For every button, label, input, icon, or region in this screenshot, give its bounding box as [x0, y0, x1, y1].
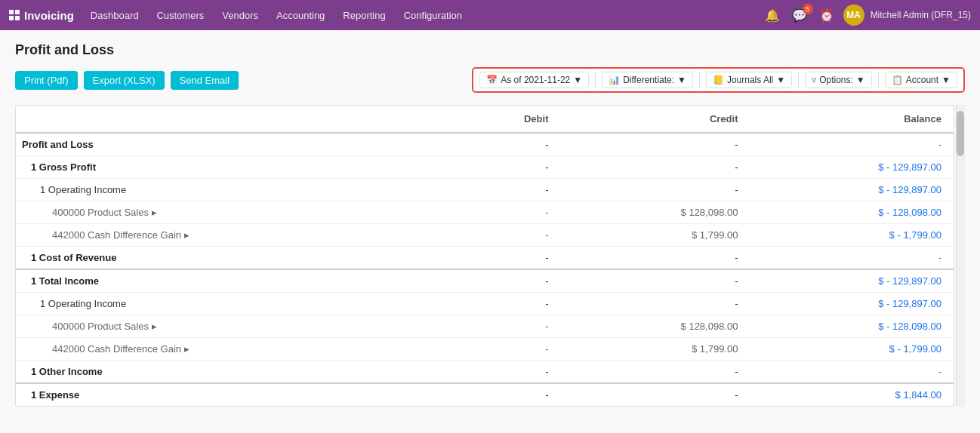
report-table: Debit Credit Balance Profit and Loss - -… — [16, 106, 954, 406]
topnav: Invoicing Dashboard Customers Vendors Ac… — [0, 0, 980, 30]
chat-icon[interactable]: 💬 5 — [789, 7, 810, 24]
col-header-debit: Debit — [447, 106, 560, 133]
table-row: 1 Operating Income - - $ - 129,897.00 — [16, 179, 954, 201]
calendar-icon: 📅 — [486, 75, 498, 85]
avatar[interactable]: MA — [843, 5, 864, 26]
differentiate-filter[interactable]: 📊 Differentiate: ▼ — [602, 72, 693, 88]
filter-divider-1 — [595, 72, 596, 88]
journals-icon: 📒 — [713, 75, 724, 85]
email-button[interactable]: Send Email — [171, 71, 239, 90]
cell-label: Profit and Loss — [16, 133, 447, 156]
app-logo[interactable]: Invoicing — [9, 9, 74, 22]
cell-balance: - — [750, 247, 954, 270]
cell-label: 1 Expense — [16, 383, 447, 406]
options-label: Options: — [819, 75, 853, 85]
nav-vendors[interactable]: Vendors — [214, 5, 266, 26]
cell-balance: $ - 1,799.00 — [750, 338, 954, 361]
journals-label: Journals All — [727, 75, 773, 85]
cell-debit: - — [447, 361, 560, 384]
grid-icon — [9, 10, 20, 20]
col-header-balance: Balance — [750, 106, 954, 133]
cell-credit: $ 1,799.00 — [560, 224, 750, 247]
differentiate-label: Differentiate: — [623, 75, 674, 85]
nav-customers[interactable]: Customers — [149, 5, 211, 26]
cell-debit: - — [447, 269, 560, 293]
clock-icon[interactable]: ⏰ — [816, 7, 837, 24]
options-filter[interactable]: ▿ Options: ▼ — [805, 72, 872, 88]
cell-debit: - — [447, 133, 560, 156]
cell-label: 1 Other Income — [16, 361, 447, 384]
toolbar: Print (Pdf) Export (XLSX) Send Email 📅 A… — [15, 67, 965, 93]
cell-debit: - — [447, 383, 560, 406]
table-row: 1 Gross Profit - - $ - 129,897.00 — [16, 156, 954, 179]
table-row: 1 Cost of Revenue - - - — [16, 247, 954, 270]
nav-dashboard[interactable]: Dashboard — [83, 5, 146, 26]
cell-credit: - — [560, 361, 750, 384]
col-header-name — [16, 106, 447, 133]
table-scroll-area: Debit Credit Balance Profit and Loss - -… — [15, 105, 965, 407]
cell-label: 1 Total Income — [16, 269, 447, 293]
cell-balance: $ - 128,098.00 — [750, 201, 954, 224]
cell-debit: - — [447, 179, 560, 201]
filter-icon: ▿ — [812, 75, 816, 85]
report-table-container: Debit Credit Balance Profit and Loss - -… — [15, 105, 954, 407]
cell-balance: - — [750, 133, 954, 156]
cell-balance: $ - 128,098.00 — [750, 315, 954, 338]
cell-credit: - — [560, 156, 750, 179]
table-row: 442000 Cash Difference Gain ▸ - $ 1,799.… — [16, 338, 954, 361]
date-filter[interactable]: 📅 As of 2021-11-22 ▼ — [479, 72, 589, 88]
bell-icon[interactable]: 🔔 — [762, 7, 783, 24]
cell-credit: - — [560, 247, 750, 270]
filter-divider-4 — [878, 72, 879, 88]
cell-label: 1 Gross Profit — [16, 156, 447, 179]
cell-debit: - — [447, 224, 560, 247]
table-row: 400000 Product Sales ▸ - $ 128,098.00 $ … — [16, 201, 954, 224]
nav-configuration[interactable]: Configuration — [396, 5, 470, 26]
cell-label: 1 Operating Income — [16, 293, 447, 315]
filter-divider-2 — [699, 72, 700, 88]
table-row: 400000 Product Sales ▸ - $ 128,098.00 $ … — [16, 315, 954, 338]
table-row: 1 Other Income - - - — [16, 361, 954, 384]
export-button[interactable]: Export (XLSX) — [84, 71, 165, 90]
chart-icon: 📊 — [609, 75, 620, 85]
cell-balance: - — [750, 361, 954, 384]
chat-badge: 5 — [803, 4, 813, 14]
nav-accounting[interactable]: Accounting — [269, 5, 332, 26]
scrollbar[interactable] — [956, 105, 965, 407]
user-name[interactable]: Mitchell Admin (DFR_15) — [871, 10, 971, 20]
print-button[interactable]: Print (Pdf) — [15, 71, 78, 90]
app-name: Invoicing — [24, 9, 74, 22]
cell-credit: - — [560, 179, 750, 201]
journals-filter[interactable]: 📒 Journals All ▼ — [706, 72, 792, 88]
cell-label[interactable]: 400000 Product Sales ▸ — [16, 315, 447, 338]
cell-debit: - — [447, 315, 560, 338]
account-chevron-icon: ▼ — [941, 75, 951, 85]
page-content: Profit and Loss Print (Pdf) Export (XLSX… — [0, 30, 980, 419]
date-chevron-icon: ▼ — [573, 75, 582, 85]
nav-reporting[interactable]: Reporting — [335, 5, 393, 26]
table-row: Profit and Loss - - - — [16, 133, 954, 156]
filter-divider-3 — [798, 72, 799, 88]
options-chevron-icon: ▼ — [856, 75, 865, 85]
filter-bar: 📅 As of 2021-11-22 ▼ 📊 Differentiate: ▼ … — [472, 67, 965, 93]
cell-label[interactable]: 400000 Product Sales ▸ — [16, 201, 447, 224]
scroll-thumb[interactable] — [957, 111, 964, 156]
account-filter[interactable]: 📋 Account ▼ — [885, 72, 957, 88]
cell-label: 1 Cost of Revenue — [16, 247, 447, 270]
account-icon: 📋 — [892, 75, 903, 85]
cell-label[interactable]: 442000 Cash Difference Gain ▸ — [16, 224, 447, 247]
table-row: 1 Operating Income - - $ - 129,897.00 — [16, 293, 954, 315]
page-title: Profit and Loss — [15, 42, 965, 58]
col-header-credit: Credit — [560, 106, 750, 133]
table-row: 1 Total Income - - $ - 129,897.00 — [16, 269, 954, 293]
cell-label[interactable]: 442000 Cash Difference Gain ▸ — [16, 338, 447, 361]
cell-debit: - — [447, 156, 560, 179]
cell-credit: - — [560, 133, 750, 156]
cell-debit: - — [447, 201, 560, 224]
cell-credit: $ 128,098.00 — [560, 201, 750, 224]
cell-balance: $ 1,844.00 — [750, 383, 954, 406]
cell-credit: - — [560, 293, 750, 315]
cell-label: 1 Operating Income — [16, 179, 447, 201]
cell-debit: - — [447, 293, 560, 315]
table-header-row: Debit Credit Balance — [16, 106, 954, 133]
